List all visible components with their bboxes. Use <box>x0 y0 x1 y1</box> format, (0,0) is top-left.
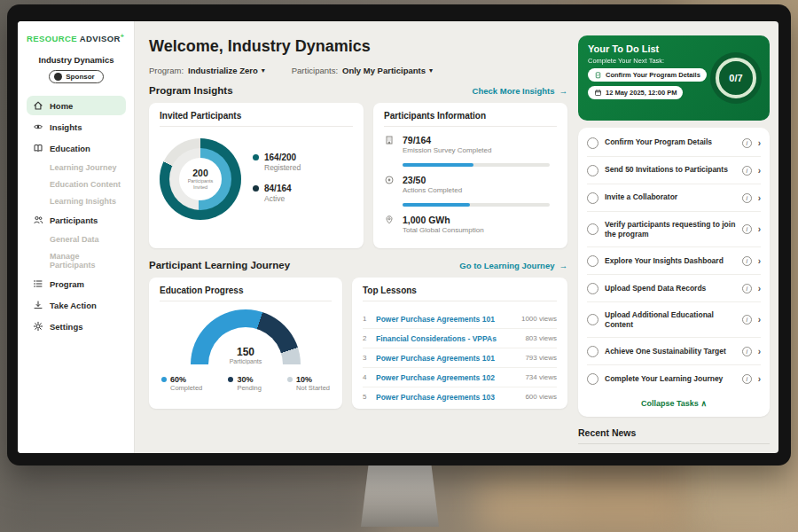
legend-item-active: 84/164 Active <box>253 184 301 203</box>
sidebar-item-learning-insights[interactable]: Learning Insights <box>27 192 126 209</box>
top-lessons-card: Top Lessons 1 Power Purchase Agreements … <box>352 278 567 409</box>
stat-global-consumption: 1,000 GWh Total Global Consumption <box>384 215 557 234</box>
todo-progress-value: 0/7 <box>729 73 742 83</box>
task-row[interactable]: Verify participants requesting to join t… <box>587 212 761 247</box>
chevron-right-icon[interactable]: › <box>758 347 761 356</box>
logo-primary: RESOURCE <box>27 34 77 43</box>
go-to-learning-journey-link[interactable]: Go to Learning Journey → <box>459 261 567 270</box>
due-date-pill: 12 May 2025, 12:00 PM <box>588 86 683 99</box>
lesson-link[interactable]: Power Purchase Agreements 101 <box>376 354 519 363</box>
todo-header-card: Your To Do List Complete Your Next Task:… <box>578 35 770 121</box>
task-checkbox[interactable] <box>587 314 598 325</box>
monitor-stand <box>361 463 439 527</box>
stat-value: 23/50 <box>403 175 462 185</box>
education-progress-card: Education Progress 150 Participants <box>149 278 342 409</box>
sidebar-item-education-content[interactable]: Education Content <box>27 176 126 192</box>
insights-icon <box>33 121 43 132</box>
info-icon[interactable]: i <box>742 138 752 148</box>
lesson-link[interactable]: Power Purchase Agreements 103 <box>376 393 519 402</box>
stat-actions-completed: 23/50 Actions Completed <box>384 175 557 207</box>
task-row[interactable]: Upload Spend Data Records i › <box>587 275 761 302</box>
participants-select[interactable]: Participants: Only My Participants ▾ <box>292 66 433 75</box>
chevron-right-icon[interactable]: › <box>758 315 761 325</box>
card-title: Education Progress <box>160 286 332 301</box>
program-select-label: Program: <box>149 66 184 75</box>
task-row[interactable]: Explore Your Insights Dashboard i › <box>587 247 761 275</box>
invited-participants-card: Invited Participants 200 Participants In… <box>149 103 364 248</box>
task-row[interactable]: Upload Additional Educational Content i … <box>587 302 761 338</box>
info-icon[interactable]: i <box>742 347 752 356</box>
legend-value: 84/164 <box>264 184 292 193</box>
sponsor-badge[interactable]: Sponsor <box>49 70 103 83</box>
task-row[interactable]: Invite a Collaborator i › <box>587 184 761 212</box>
chevron-right-icon[interactable]: › <box>758 256 761 266</box>
sidebar-item-general-data[interactable]: General Data <box>27 231 126 247</box>
info-icon[interactable]: i <box>742 374 752 384</box>
collapse-tasks-link[interactable]: Collapse Tasks ∧ <box>587 392 761 415</box>
people-icon <box>33 215 43 225</box>
sidebar-item-label: Home <box>50 101 73 111</box>
sidebar-item-program[interactable]: Program <box>27 274 126 293</box>
task-checkbox[interactable] <box>587 373 598 385</box>
task-row[interactable]: Complete Your Learning Journey i › <box>587 365 761 392</box>
learning-cards: Education Progress 150 Participants <box>149 278 567 409</box>
sponsor-icon <box>54 73 62 81</box>
task-checkbox[interactable] <box>587 255 598 267</box>
info-icon[interactable]: i <box>742 193 752 203</box>
task-checkbox[interactable] <box>587 192 598 204</box>
chevron-right-icon[interactable]: › <box>758 374 761 384</box>
chevron-right-icon[interactable]: › <box>758 284 761 293</box>
task-checkbox[interactable] <box>587 283 598 294</box>
sidebar-item-take-action[interactable]: Take Action <box>27 295 126 315</box>
sidebar-item-education[interactable]: Education <box>27 138 126 158</box>
logo-plus: + <box>121 33 125 39</box>
stat-label: Emission Survey Completed <box>403 146 491 154</box>
sidebar-item-insights[interactable]: Insights <box>27 117 126 137</box>
sidebar-item-settings[interactable]: Settings <box>27 317 126 336</box>
lesson-row[interactable]: 2 Financial Considerations - VPPAs 803 v… <box>363 329 557 348</box>
task-row[interactable]: Send 50 Invitations to Participants i › <box>587 157 761 184</box>
info-icon[interactable]: i <box>742 284 752 293</box>
sidebar-item-manage-participants[interactable]: Manage Participants <box>27 247 126 273</box>
card-title: Invited Participants <box>160 111 353 127</box>
check-more-insights-link[interactable]: Check More Insights → <box>473 86 567 96</box>
info-icon[interactable]: i <box>742 315 752 325</box>
logo-secondary: ADVISOR <box>80 34 121 43</box>
chevron-down-icon: ▾ <box>262 66 265 74</box>
program-select-value: Industrialize Zero <box>188 66 258 75</box>
lesson-link[interactable]: Power Purchase Agreements 101 <box>376 315 515 324</box>
recent-news-heading: Recent News <box>578 427 770 444</box>
chevron-right-icon[interactable]: › <box>758 138 761 148</box>
next-task-pill[interactable]: Confirm Your Program Details <box>588 68 707 82</box>
program-select[interactable]: Program: Industrialize Zero ▾ <box>149 66 265 75</box>
lesson-row[interactable]: 4 Power Purchase Agreements 102 734 view… <box>363 368 557 387</box>
sidebar-item-home[interactable]: Home <box>27 96 126 115</box>
sidebar-item-participants[interactable]: Participants <box>27 210 126 230</box>
chevron-right-icon[interactable]: › <box>758 193 761 203</box>
info-icon[interactable]: i <box>742 166 752 176</box>
task-checkbox[interactable] <box>587 346 598 357</box>
chevron-right-icon[interactable]: › <box>758 224 761 234</box>
task-checkbox[interactable] <box>587 165 598 176</box>
info-icon[interactable]: i <box>742 224 752 234</box>
sidebar-item-learning-journey[interactable]: Learning Journey <box>27 159 126 176</box>
lesson-row[interactable]: 5 Power Purchase Agreements 103 600 view… <box>363 387 557 406</box>
main-content: Welcome, Industry Dynamics Program: Indu… <box>135 21 567 453</box>
lesson-row[interactable]: 1 Power Purchase Agreements 101 1000 vie… <box>363 309 557 329</box>
gauge-legend: 60% Completed 30% Pending <box>160 375 332 392</box>
program-insights-header: Program Insights Check More Insights → <box>149 85 567 96</box>
filter-bar: Program: Industrialize Zero ▾ Participan… <box>149 66 567 75</box>
lesson-link[interactable]: Financial Considerations - VPPAs <box>376 334 519 343</box>
participants-information-card: Participants Information 79/164 Emission… <box>373 103 567 248</box>
task-row[interactable]: Confirm Your Program Details i › <box>587 129 761 157</box>
info-icon[interactable]: i <box>742 256 752 266</box>
task-row[interactable]: Achieve One Sustainability Target i › <box>587 338 761 365</box>
chevron-right-icon[interactable]: › <box>758 166 761 176</box>
lesson-link[interactable]: Power Purchase Agreements 102 <box>376 373 519 382</box>
donut-center-value: 200 <box>192 168 208 178</box>
lesson-row[interactable]: 3 Power Purchase Agreements 101 793 view… <box>363 348 557 368</box>
legend-dot-pending <box>228 377 233 382</box>
task-checkbox[interactable] <box>587 137 598 149</box>
task-checkbox[interactable] <box>587 223 598 235</box>
link-label: Check More Insights <box>473 86 555 96</box>
